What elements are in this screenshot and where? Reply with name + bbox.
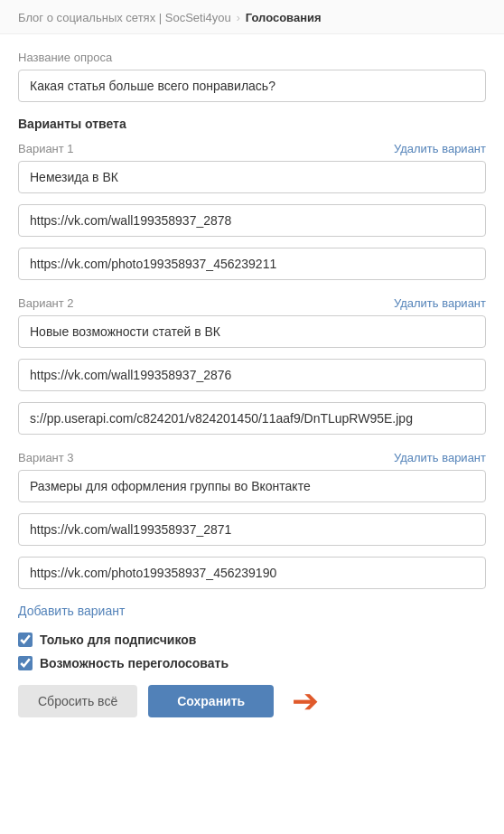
subscribers-checkbox-row: Только для подписчиков [18,633,486,647]
variant-3: Вариант 3 Удалить вариант [18,451,486,600]
subscribers-checkbox-label: Только для подписчиков [40,633,196,647]
variant-3-header: Вариант 3 Удалить вариант [18,451,486,464]
variant-3-link-input[interactable] [18,513,486,546]
variant-2-name-input[interactable] [18,315,486,348]
poll-name-field: Название опроса [18,51,486,113]
revote-checkbox[interactable] [18,656,33,670]
breadcrumb: Блог о социальных сетях | SocSeti4you › … [0,0,504,34]
breadcrumb-link[interactable]: Блог о социальных сетях | SocSeti4you [18,11,231,24]
add-variant-link[interactable]: Добавить вариант [18,604,125,618]
poll-name-input[interactable] [18,70,486,102]
variant-2-delete[interactable]: Удалить вариант [394,296,486,310]
main-content: Название опроса Варианты ответа Вариант … [0,34,504,736]
variant-3-label: Вариант 3 [18,451,74,464]
poll-name-label: Название опроса [18,51,486,64]
buttons-row: Сбросить всё Сохранить ➔ [18,685,486,717]
revote-checkbox-row: Возможность переголосовать [18,656,486,670]
variant-2-photo-input[interactable] [18,402,486,435]
arrow-right-icon: ➔ [292,685,319,717]
save-button[interactable]: Сохранить [148,685,274,717]
arrow-container: ➔ [285,685,319,717]
variant-1-name-input[interactable] [18,161,486,193]
variant-3-delete[interactable]: Удалить вариант [394,451,486,464]
variant-1-label: Вариант 1 [18,142,74,155]
subscribers-checkbox[interactable] [18,633,33,647]
variant-1-link-input[interactable] [18,204,486,237]
variant-3-name-input[interactable] [18,470,486,502]
variant-1-delete[interactable]: Удалить вариант [394,142,486,155]
variant-2-label: Вариант 2 [18,296,74,310]
variant-1: Вариант 1 Удалить вариант [18,142,486,291]
reset-button[interactable]: Сбросить всё [18,685,137,717]
variants-section-title: Варианты ответа [18,117,486,131]
variant-2-link-input[interactable] [18,359,486,391]
variant-3-photo-input[interactable] [18,557,486,589]
variant-1-header: Вариант 1 Удалить вариант [18,142,486,155]
variant-2: Вариант 2 Удалить вариант [18,296,486,445]
variant-1-photo-input[interactable] [18,248,486,280]
breadcrumb-separator: › [237,12,240,24]
revote-checkbox-label: Возможность переголосовать [40,656,229,670]
variant-2-header: Вариант 2 Удалить вариант [18,296,486,310]
breadcrumb-current: Голосования [246,11,322,24]
